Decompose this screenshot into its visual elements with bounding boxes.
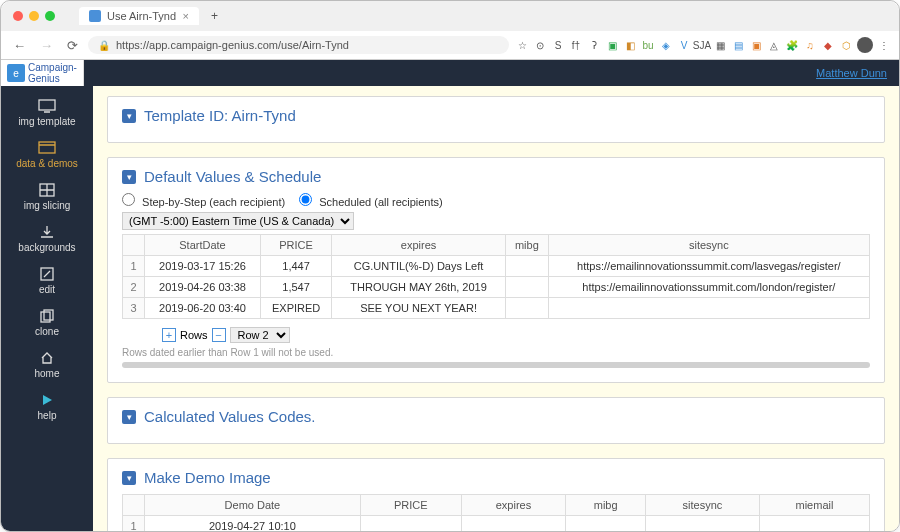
minimize-window[interactable] [29,11,39,21]
ext-icon[interactable]: V [677,38,691,52]
cell[interactable] [360,516,461,533]
close-window[interactable] [13,11,23,21]
sidebar-item-label: img template [18,116,75,127]
cell[interactable] [505,256,548,277]
url-text: https://app.campaign-genius.com/use/Airn… [116,39,349,51]
menu-icon[interactable]: ⋮ [877,38,891,52]
ext-icon[interactable]: S [551,38,565,52]
radio-step[interactable]: Step-by-Step (each recipient) [122,193,285,208]
cell[interactable]: https://emailinnovationssummit.com/lasve… [548,256,869,277]
panel-head-calculated[interactable]: ▾ Calculated Values Codes. [122,408,870,425]
remove-row-button[interactable]: − [212,328,226,342]
ext-icon[interactable]: ▣ [749,38,763,52]
cell[interactable] [461,516,566,533]
sidebar-item-home[interactable]: home [1,344,93,386]
ext-icon[interactable]: ▣ [605,38,619,52]
ext-icon[interactable]: SJA [695,38,709,52]
browser-tab[interactable]: Use Airn-Tynd × [79,7,199,25]
table-row[interactable]: 12019-04-27 10:10 [123,516,870,533]
sidebar-item-label: data & demos [16,158,78,169]
col-mibg: mibg [566,495,646,516]
ext-icon[interactable]: bu [641,38,655,52]
cell[interactable]: THROUGH MAY 26th, 2019 [332,277,506,298]
ext-icon[interactable]: ▤ [731,38,745,52]
table-row[interactable]: 12019-03-17 15:261,447CG.UNTIL(%-D) Days… [123,256,870,277]
user-link[interactable]: Matthew Dunn [816,67,887,79]
sidebar-item-label: img slicing [24,200,71,211]
cell[interactable]: https://emailinnovationssummit.com/londo… [548,277,869,298]
ext-icon[interactable]: ◆ [821,38,835,52]
cell[interactable]: 1,547 [261,277,332,298]
cell[interactable] [548,298,869,319]
row-select[interactable]: Row 2 [230,327,290,343]
cell[interactable] [505,298,548,319]
cell[interactable] [505,277,548,298]
timezone-select[interactable]: (GMT -5:00) Eastern Time (US & Canada) [122,212,354,230]
download-icon [38,225,56,239]
back-button[interactable]: ← [9,38,30,53]
ext-icon[interactable]: ☆ [515,38,529,52]
cell[interactable] [566,516,646,533]
panel-title: Make Demo Image [144,469,271,486]
cell[interactable]: SEE YOU NEXT YEAR! [332,298,506,319]
row-number: 3 [123,298,145,319]
ext-icon[interactable]: ⬡ [839,38,853,52]
ext-icon[interactable]: ◧ [623,38,637,52]
rownum-col [123,235,145,256]
panel-title: Calculated Values Codes. [144,408,316,425]
edit-icon [38,267,56,281]
sidebar-item-img-slicing[interactable]: img slicing [1,176,93,218]
ext-icon[interactable]: ♫ [803,38,817,52]
row-number: 2 [123,277,145,298]
cell[interactable]: 2019-04-27 10:10 [145,516,361,533]
panel-head-demo[interactable]: ▾ Make Demo Image [122,469,870,486]
radio-scheduled[interactable]: Scheduled (all recipients) [299,193,443,208]
sidebar-item-clone[interactable]: clone [1,302,93,344]
sidebar-item-img-template[interactable]: img template [1,92,93,134]
forward-button[interactable]: → [36,38,57,53]
logo-text-2: Genius [28,73,60,84]
address-bar[interactable]: 🔒 https://app.campaign-genius.com/use/Ai… [88,36,509,54]
add-row-button[interactable]: + [162,328,176,342]
collapse-icon: ▾ [122,471,136,485]
col-price: PRICE [261,235,332,256]
tab-close-icon[interactable]: × [183,10,189,22]
window-controls[interactable] [13,11,55,21]
panel-head-defaults[interactable]: ▾ Default Values & Schedule [122,168,870,185]
ext-icon[interactable]: ▦ [713,38,727,52]
cell[interactable]: EXPIRED [261,298,332,319]
panel-head-template[interactable]: ▾ Template ID: Airn-Tynd [122,107,870,124]
sidebar-item-help[interactable]: help [1,386,93,428]
zoom-window[interactable] [45,11,55,21]
cell[interactable] [759,516,869,533]
app-logo[interactable]: e Campaign-Genius [1,60,84,86]
favicon-icon [89,10,101,22]
table-row[interactable]: 32019-06-20 03:40EXPIREDSEE YOU NEXT YEA… [123,298,870,319]
table-row[interactable]: 22019-04-26 03:381,547THROUGH MAY 26th, … [123,277,870,298]
ext-icon[interactable]: ◈ [659,38,673,52]
cell[interactable]: 1,447 [261,256,332,277]
panel-demo-image: ▾ Make Demo Image Demo Date PRICE expire… [107,458,885,532]
sidebar-item-backgrounds[interactable]: backgrounds [1,218,93,260]
panel-title: Default Values & Schedule [144,168,321,185]
ext-icon[interactable]: ⊙ [533,38,547,52]
cell[interactable]: CG.UNTIL(%-D) Days Left [332,256,506,277]
ext-icon[interactable]: 🧩 [785,38,799,52]
hint-text: Rows dated earlier than Row 1 will not b… [122,347,870,358]
cell[interactable] [645,516,759,533]
col-expires: expires [332,235,506,256]
avatar-icon[interactable] [857,37,873,53]
panel-title: Template ID: Airn-Tynd [144,107,296,124]
reload-button[interactable]: ⟳ [63,38,82,53]
cell[interactable]: 2019-03-17 15:26 [145,256,261,277]
sidebar-item-data-demos[interactable]: data & demos [1,134,93,176]
new-tab-button[interactable]: + [205,9,224,23]
ext-icon[interactable]: ◬ [767,38,781,52]
cell[interactable]: 2019-06-20 03:40 [145,298,261,319]
ext-icon[interactable]: f† [569,38,583,52]
window-icon [38,141,56,155]
cell[interactable]: 2019-04-26 03:38 [145,277,261,298]
sidebar-item-edit[interactable]: edit [1,260,93,302]
svg-rect-1 [39,142,55,153]
ext-icon[interactable]: ʔ [587,38,601,52]
